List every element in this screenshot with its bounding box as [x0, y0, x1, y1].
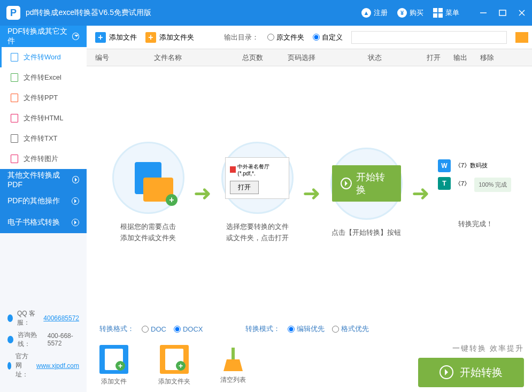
sidebar-item-word[interactable]: 文件转Word: [0, 47, 87, 67]
add-file-button[interactable]: + 添加文件: [95, 32, 137, 43]
play-icon: [440, 365, 453, 379]
globe-icon: [7, 362, 11, 370]
sidebar-item-excel[interactable]: 文件转Excel: [0, 67, 87, 88]
grid-icon: [433, 8, 443, 18]
add-file-label: 添加文件: [101, 377, 127, 386]
sidebar-item-label: 文件转PPT: [24, 93, 58, 103]
add-folder-label: 添加文件夹: [159, 33, 194, 42]
category-other-to-pdf[interactable]: 其他文件转换成PDF: [0, 169, 87, 190]
buy-label: 购买: [410, 8, 423, 18]
sidebar-footer: QQ 客服：4006685572 咨询热线：400-668-5572 官方网址：…: [0, 299, 87, 392]
category-ebook[interactable]: 电子书格式转换: [0, 212, 87, 233]
sidebar: PDF转换成其它文件 文件转Word 文件转Excel 文件转PPT 文件转HT…: [0, 26, 87, 392]
browse-folder-button[interactable]: [515, 32, 528, 43]
maximize-button[interactable]: [499, 9, 506, 17]
register-button[interactable]: ▲ 注册: [361, 8, 388, 18]
qq-link[interactable]: 4006685572: [43, 314, 79, 322]
edit-first-radio[interactable]: 编辑优先: [288, 324, 325, 334]
user-icon: ▲: [361, 8, 371, 18]
qq-label: QQ 客服：: [17, 309, 39, 327]
phone-icon: [7, 336, 13, 343]
add-folder-big-button[interactable]: + 添加文件夹: [158, 345, 190, 386]
sidebar-item-label: 文件转图片: [24, 154, 58, 164]
add-file-big-button[interactable]: + 添加文件: [99, 345, 128, 386]
output-path-input[interactable]: [351, 31, 507, 44]
site-label: 官方网址：: [16, 352, 32, 379]
category-label: 电子书格式转换: [7, 218, 60, 227]
mode-label: 转换模式：: [245, 324, 280, 334]
register-label: 注册: [374, 8, 388, 18]
category-label: PDF转换成其它文件: [7, 27, 72, 46]
svg-rect-4: [232, 348, 235, 359]
docx-radio[interactable]: DOCX: [174, 325, 203, 333]
buy-button[interactable]: ¥ 购买: [397, 8, 423, 18]
category-label: PDF的其他操作: [7, 196, 60, 206]
output-dir-label: 输出目录：: [224, 33, 259, 42]
sidebar-item-image[interactable]: 文件转图片: [0, 149, 87, 169]
chevron-down-icon: [72, 33, 79, 40]
col-pages: 总页数: [242, 53, 288, 63]
html-icon: [11, 114, 18, 122]
sidebar-item-ppt[interactable]: 文件转PPT: [0, 88, 87, 108]
convert-button-illustration: 开始转换: [332, 165, 401, 202]
doc-radio[interactable]: DOC: [142, 325, 166, 333]
step-3: 开始转换 点击【开始转换】按钮: [321, 148, 412, 239]
bottom-bar: + 添加文件 + 添加文件夹 清空列表 一键转换 效率提升 开始转换: [87, 339, 532, 392]
broom-icon: [222, 347, 244, 372]
excel-icon: [11, 73, 18, 82]
folder-icon: +: [160, 345, 189, 374]
chevron-right-icon: [72, 219, 79, 226]
step-2-text: 选择您要转换的文件 或文件夹，点击打开: [226, 221, 289, 244]
clear-list-button[interactable]: 清空列表: [220, 347, 246, 385]
chevron-right-icon: [72, 197, 79, 205]
col-remove: 移除: [480, 53, 507, 63]
category-pdf-ops[interactable]: PDF的其他操作: [0, 190, 87, 212]
col-page-select: 页码选择: [288, 53, 368, 63]
category-pdf-to-other[interactable]: PDF转换成其它文件: [0, 26, 87, 47]
sidebar-item-label: 文件转Excel: [24, 73, 61, 82]
clear-label: 清空列表: [220, 375, 246, 385]
col-output: 输出: [453, 53, 480, 63]
menu-label: 菜单: [445, 8, 459, 18]
qq-icon: [7, 314, 13, 322]
sidebar-item-label: 文件转HTML: [24, 113, 63, 123]
format-first-radio[interactable]: 格式优先: [332, 324, 369, 334]
step-4-text: 转换完成！: [458, 219, 493, 230]
image-icon: [11, 155, 18, 163]
step-2: 中外著名餐厅(*.pdf,*. 打开 选择您要转换的文件 或文件夹，点击打开: [212, 142, 303, 244]
category-label: 其他文件转换成PDF: [7, 171, 72, 189]
menu-button[interactable]: 菜单: [433, 8, 459, 18]
content-area: + 添加文件 + 添加文件夹 输出目录： 原文件夹 自定义 编号 文件名称 总页…: [87, 26, 532, 392]
yen-icon: ¥: [397, 8, 407, 18]
custom-folder-radio[interactable]: 自定义: [313, 33, 343, 42]
options-bar: 转换格式： DOC DOCX 转换模式： 编辑优先 格式优先: [87, 319, 532, 339]
word-icon: [11, 53, 18, 62]
svg-rect-1: [499, 10, 506, 16]
done-illustration: W《7》数码技 T《7》100% 完成: [438, 156, 513, 195]
minimize-button[interactable]: [480, 9, 487, 17]
sidebar-item-txt[interactable]: 文件转TXT: [0, 128, 87, 149]
sidebar-item-html[interactable]: 文件转HTML: [0, 108, 87, 128]
toolbar: + 添加文件 + 添加文件夹 输出目录： 原文件夹 自定义: [87, 26, 532, 49]
convert-label: 开始转换: [460, 365, 503, 380]
titlebar: P pdf转换成excel转换器V6.5免费试用版 ▲ 注册 ¥ 购买 菜单: [0, 0, 532, 26]
sidebar-item-label: 文件转Word: [24, 52, 61, 62]
format-label: 转换格式：: [99, 324, 134, 334]
folder-plus-icon: +: [145, 32, 156, 43]
step-1: + 根据您的需要点击 添加文件或文件夹: [103, 142, 194, 244]
start-convert-button[interactable]: 开始转换: [418, 358, 524, 387]
add-file-label: 添加文件: [109, 33, 137, 42]
chevron-right-icon: [72, 176, 79, 183]
plus-icon: +: [95, 32, 106, 43]
arrow-icon: ➜: [412, 181, 430, 205]
file-dialog-illustration: 中外著名餐厅(*.pdf,*. 打开: [225, 157, 289, 199]
orig-folder-radio[interactable]: 原文件夹: [267, 33, 304, 42]
guide-area: + 根据您的需要点击 添加文件或文件夹 ➜ 中外著名餐厅(*.pdf,*. 打开…: [87, 66, 532, 319]
close-button[interactable]: [518, 9, 526, 17]
app-logo: P: [6, 6, 20, 20]
col-open: 打开: [427, 53, 453, 63]
add-folder-button[interactable]: + 添加文件夹: [145, 32, 194, 43]
step-3-text: 点击【开始转换】按钮: [331, 227, 401, 239]
site-link[interactable]: www.xjpdf.com: [36, 362, 79, 370]
file-icon: +: [99, 345, 128, 374]
